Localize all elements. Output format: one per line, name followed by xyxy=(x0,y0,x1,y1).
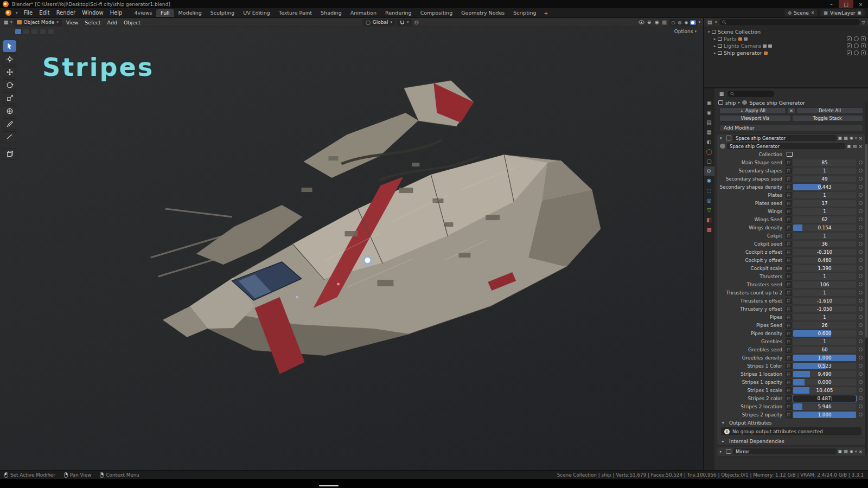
decorator-icon[interactable] xyxy=(858,282,863,286)
decorator-icon[interactable] xyxy=(858,348,863,351)
extras-dropdown-icon[interactable]: ▾ xyxy=(855,136,857,140)
decorator-icon[interactable] xyxy=(858,217,863,221)
decorator-icon[interactable] xyxy=(858,250,863,254)
input-attribute-toggle-icon[interactable] xyxy=(786,306,792,312)
param-slider[interactable]: 62 xyxy=(793,216,856,223)
param-slider[interactable]: 0.487 xyxy=(793,395,856,402)
tool-move[interactable] xyxy=(3,66,16,78)
input-attribute-toggle-icon[interactable] xyxy=(786,412,792,418)
decorator-icon[interactable] xyxy=(858,396,863,400)
decorator-icon[interactable] xyxy=(858,413,863,416)
minimize-button[interactable]: – xyxy=(824,0,839,8)
outliner-editor-type-icon[interactable]: ▤ xyxy=(706,19,713,25)
disclosure-icon[interactable]: ▸ xyxy=(712,37,718,41)
orientation-dropdown[interactable]: ◯ Global ▾ xyxy=(362,19,395,26)
node-group-field[interactable]: Space ship Generator xyxy=(727,143,845,149)
decorator-icon[interactable] xyxy=(858,201,863,205)
param-slider[interactable]: -0.310 xyxy=(793,249,856,255)
decorator-icon[interactable] xyxy=(858,372,863,376)
selectable-toggle-icon[interactable] xyxy=(854,36,859,41)
app-menu-button[interactable]: ▾ xyxy=(0,10,21,16)
input-attribute-toggle-icon[interactable] xyxy=(786,355,792,361)
snap-dropdown[interactable]: ▾ xyxy=(397,19,412,26)
gizmo-toggle-icon[interactable]: ⊕ xyxy=(646,19,653,25)
menu-window[interactable]: Window xyxy=(79,9,106,16)
properties-tab-particles[interactable]: ✱ xyxy=(704,176,714,185)
decorator-icon[interactable] xyxy=(858,315,863,319)
render-toggle-icon[interactable]: ◉ xyxy=(850,449,853,454)
viewlayer-selector[interactable]: ▦ ViewLayer ▣ xyxy=(820,9,865,16)
remove-modifier-icon[interactable]: × xyxy=(858,449,863,454)
workspace-tab[interactable]: Rendering xyxy=(381,9,416,17)
param-slider[interactable]: 1 xyxy=(793,233,856,239)
workspace-add-button[interactable]: + xyxy=(541,9,552,16)
input-attribute-toggle-icon[interactable] xyxy=(786,298,792,304)
param-slider[interactable]: 10.405 xyxy=(793,387,856,394)
properties-tab-output[interactable]: ▤ xyxy=(704,118,714,127)
input-attribute-toggle-icon[interactable] xyxy=(786,290,792,296)
param-slider[interactable]: 1 xyxy=(793,208,856,215)
properties-tab-material[interactable]: ◧ xyxy=(704,215,714,224)
shading-wireframe-button[interactable]: ○ xyxy=(671,20,676,25)
clear-button[interactable]: × xyxy=(787,107,795,114)
properties-editor-type-icon[interactable]: ▦ xyxy=(718,91,725,97)
properties-tab-object[interactable]: ▢ xyxy=(704,157,714,166)
input-attribute-toggle-icon[interactable] xyxy=(786,273,792,280)
internal-dependencies-section[interactable]: ▸ Internal Dependencies xyxy=(717,437,865,445)
expand-icon[interactable]: ▾ xyxy=(720,136,724,140)
param-slider[interactable]: 1.000 xyxy=(793,412,856,418)
camera-toggle-icon[interactable]: • xyxy=(861,43,866,48)
outliner-row[interactable]: ▸Ship generator✓• xyxy=(704,49,868,56)
param-slider[interactable]: 0.000 xyxy=(793,379,856,386)
realtime-toggle-icon[interactable]: ▦ xyxy=(844,449,848,454)
input-attribute-toggle-icon[interactable] xyxy=(786,338,792,345)
disclosure-icon[interactable]: ▾ xyxy=(706,30,712,34)
scene-selector[interactable]: ◍ Scene × xyxy=(784,9,818,16)
input-attribute-toggle-icon[interactable] xyxy=(786,322,792,329)
decorator-icon[interactable] xyxy=(858,226,863,229)
viewport-vis-button[interactable]: Viewport Vis xyxy=(719,115,791,121)
shading-solid-button[interactable]: ◍ xyxy=(677,20,683,25)
workspace-tab[interactable]: Geometry Nodes xyxy=(457,9,509,17)
param-slider[interactable]: -1.050 xyxy=(793,306,856,312)
remove-modifier-icon[interactable]: × xyxy=(858,136,863,141)
decorator-icon[interactable] xyxy=(858,160,863,164)
properties-scrollbar[interactable] xyxy=(865,101,867,454)
edit-mode-toggle-icon[interactable]: ▣ xyxy=(838,449,843,454)
decorator-icon[interactable] xyxy=(858,307,863,311)
checkbox-toggle-icon[interactable]: ✓ xyxy=(847,43,852,48)
param-slider[interactable]: 0.460 xyxy=(793,257,856,264)
options-dropdown[interactable]: Options ▾ xyxy=(674,29,697,34)
proportional-edit-icon[interactable]: ◎ xyxy=(413,19,420,25)
decorator-icon[interactable] xyxy=(858,339,863,343)
param-slider[interactable]: 60 xyxy=(793,346,856,353)
decorator-icon[interactable] xyxy=(858,242,863,246)
workspace-tab[interactable]: Animation xyxy=(346,9,381,17)
viewport-3d[interactable]: Stripes Options ▾ xyxy=(0,27,703,470)
param-slider[interactable]: 0.523 xyxy=(793,363,856,369)
viewlayer-copy-icon[interactable]: ▣ xyxy=(857,10,861,15)
viewport-menu-add[interactable]: Add xyxy=(104,19,120,26)
decorator-icon[interactable] xyxy=(858,356,863,359)
input-attribute-toggle-icon[interactable] xyxy=(786,159,792,166)
edit-mode-toggle-icon[interactable]: ▣ xyxy=(838,136,843,140)
maximize-button[interactable]: □ xyxy=(839,0,853,8)
tool-annotate[interactable] xyxy=(3,118,16,130)
decorator-icon[interactable] xyxy=(858,331,863,335)
param-slider[interactable]: 1.000 xyxy=(793,355,856,361)
output-attributes-section[interactable]: ▾ Output Attributes xyxy=(717,419,865,426)
input-attribute-toggle-icon[interactable] xyxy=(786,241,792,247)
menu-edit[interactable]: Edit xyxy=(36,9,53,16)
decorator-icon[interactable] xyxy=(858,185,863,189)
viewport-menu-object[interactable]: Object xyxy=(120,19,144,26)
tool-select-box[interactable] xyxy=(3,40,16,52)
filter-icon[interactable]: ▽ xyxy=(862,20,865,25)
menu-render[interactable]: Render xyxy=(53,9,79,16)
checkbox-toggle-icon[interactable]: ✓ xyxy=(847,36,852,41)
input-attribute-toggle-icon[interactable] xyxy=(786,176,792,182)
decorator-icon[interactable] xyxy=(858,258,863,262)
tool-transform[interactable] xyxy=(3,105,16,117)
tool-add-cube[interactable] xyxy=(3,148,16,160)
input-attribute-toggle-icon[interactable] xyxy=(786,192,792,198)
param-slider[interactable]: 1 xyxy=(793,338,856,345)
